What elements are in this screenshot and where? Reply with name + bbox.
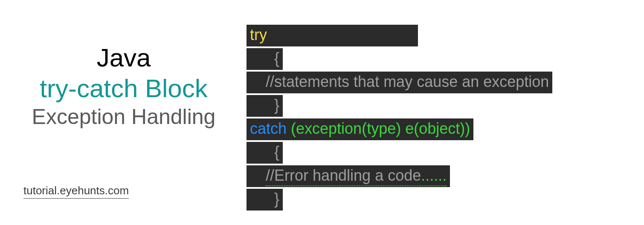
comment-text-1: //statements that may cause an exception	[266, 73, 549, 90]
code-line-open-brace-2: {	[247, 142, 283, 164]
code-line-comment-1: //statements that may cause an exception	[247, 72, 552, 93]
left-panel: Java try-catch Block Exception Handling …	[0, 0, 241, 225]
code-line-open-brace-1: {	[247, 48, 283, 70]
catch-params: (exception(type) e(object))	[287, 120, 470, 137]
keyword-try: try	[250, 26, 267, 43]
title-line-3: Exception Handling	[15, 104, 232, 130]
code-line-close-brace-1: }	[247, 95, 283, 117]
brace-open: {	[274, 49, 279, 67]
source-url: tutorial.eyehunts.com	[23, 184, 129, 199]
code-line-catch: catch (exception(type) e(object))	[247, 118, 473, 140]
code-line-close-brace-2: }	[247, 189, 283, 211]
title-line-2: try-catch Block	[15, 73, 232, 104]
brace-open-2: {	[274, 143, 279, 161]
comment-2-text: //Error handling a code	[266, 167, 421, 184]
comment-text-2: //Error handling a code......	[266, 167, 447, 186]
page-root: Java try-catch Block Exception Handling …	[0, 0, 644, 225]
title-line-1: Java	[15, 43, 232, 73]
code-line-comment-2: //Error handling a code......	[247, 165, 450, 187]
keyword-catch: catch	[250, 120, 287, 137]
brace-close-2: }	[274, 190, 279, 208]
brace-close: }	[274, 96, 279, 114]
code-panel: try { //statements that may cause an exc…	[241, 0, 644, 225]
dots: ......	[421, 167, 447, 184]
title-block: Java try-catch Block Exception Handling	[15, 43, 232, 130]
code-line-try: try	[247, 25, 418, 46]
